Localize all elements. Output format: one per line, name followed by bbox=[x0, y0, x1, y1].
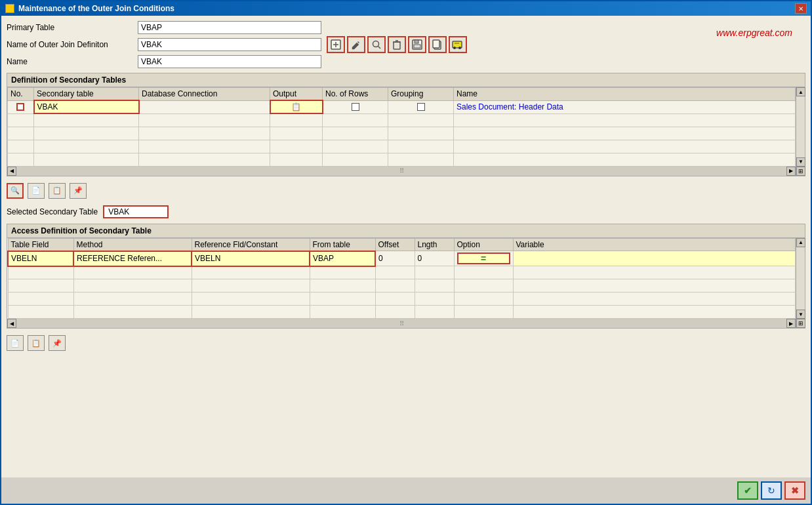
close-button[interactable]: ✕ bbox=[795, 3, 807, 14]
row-db-connection bbox=[139, 100, 270, 113]
col-offset: Offset bbox=[375, 238, 415, 251]
col-from-table: From table bbox=[310, 238, 375, 251]
access-v-scroll-track bbox=[796, 247, 805, 310]
row-output[interactable]: 📋 bbox=[270, 100, 323, 113]
name-input[interactable] bbox=[138, 55, 321, 68]
col-no-rows: No. of Rows bbox=[323, 88, 388, 101]
copy-button[interactable] bbox=[428, 36, 447, 53]
svg-point-15 bbox=[458, 47, 461, 49]
paste-access-button[interactable]: 📌 bbox=[49, 335, 66, 351]
row-option[interactable]: = bbox=[454, 251, 513, 266]
row-grouping bbox=[388, 100, 454, 113]
title-bar-left: Maintenance of the Outer Join Conditions bbox=[5, 4, 174, 13]
watermark: www.erpgreat.com bbox=[716, 21, 805, 38]
search-button[interactable] bbox=[367, 36, 386, 53]
option-icon: = bbox=[481, 253, 486, 264]
selected-secondary-input[interactable] bbox=[103, 205, 169, 218]
secondary-tables-header: Definition of Secondary Tables bbox=[7, 73, 805, 87]
h-scroll-right[interactable]: ▶ bbox=[786, 167, 796, 176]
secondary-v-scrollbar: ▲ ▼ ⊞ bbox=[796, 87, 805, 176]
col-length: Lngth bbox=[415, 238, 454, 251]
new-row-button[interactable]: 📄 bbox=[28, 183, 45, 199]
delete-button[interactable] bbox=[388, 36, 406, 53]
access-table: Table Field Method Reference Fld/Constan… bbox=[7, 238, 796, 319]
access-v-scroll-up[interactable]: ▲ bbox=[796, 238, 805, 247]
access-table-row bbox=[8, 279, 796, 293]
name-label: Name bbox=[7, 57, 138, 66]
refresh-icon: ↻ bbox=[767, 485, 775, 496]
col-settings[interactable]: ⊞ bbox=[796, 167, 805, 176]
cancel-icon: ✖ bbox=[791, 485, 799, 496]
transport-button[interactable] bbox=[449, 36, 467, 53]
bottom-toolbar-1-area: 🔍 📄 📋 📌 bbox=[7, 182, 805, 200]
copy-access-button[interactable]: 📋 bbox=[28, 335, 45, 351]
grouping-checkbox[interactable] bbox=[417, 103, 425, 111]
primary-table-row: Primary Table bbox=[7, 21, 716, 34]
primary-table-input[interactable] bbox=[138, 21, 321, 34]
name-row: Name bbox=[7, 55, 716, 68]
option-button[interactable]: = bbox=[457, 253, 510, 264]
title-bar: Maintenance of the Outer Join Conditions… bbox=[1, 1, 811, 16]
main-content: Primary Table Name of Outer Join Definit… bbox=[1, 16, 811, 477]
table-row bbox=[8, 113, 796, 127]
refresh-button[interactable]: ↻ bbox=[761, 481, 782, 500]
v-scroll-up[interactable]: ▲ bbox=[796, 87, 805, 96]
row-checkbox[interactable] bbox=[16, 103, 24, 111]
outer-join-row: Name of Outer Join Definiton bbox=[7, 36, 716, 53]
row-length: 0 bbox=[415, 251, 454, 266]
window-icon bbox=[5, 4, 14, 13]
table-row bbox=[8, 140, 796, 153]
access-table-row bbox=[8, 306, 796, 319]
access-definition-content: Table Field Method Reference Fld/Constan… bbox=[7, 238, 805, 329]
access-definition-header: Access Definition of Secondary Table bbox=[7, 224, 805, 238]
footer-buttons: ✔ ↻ ✖ bbox=[1, 477, 811, 504]
access-table-row bbox=[8, 293, 796, 306]
row-from-table[interactable]: VBAP bbox=[310, 251, 375, 266]
access-table-row[interactable]: VBELN REFERENCE Referen... VBELN VBAP bbox=[8, 251, 796, 266]
main-window: Maintenance of the Outer Join Conditions… bbox=[0, 0, 812, 505]
ok-button[interactable]: ✔ bbox=[737, 481, 758, 500]
table-row bbox=[8, 127, 796, 140]
access-h-scroll-left[interactable]: ◀ bbox=[7, 319, 16, 328]
access-h-scroll-track: ⠿ bbox=[16, 319, 786, 328]
table-row bbox=[8, 153, 796, 166]
row-reference[interactable]: VBELN bbox=[192, 251, 310, 266]
access-v-scroll-down[interactable]: ▼ bbox=[796, 310, 805, 319]
outer-join-input[interactable] bbox=[138, 38, 321, 51]
edit-button[interactable] bbox=[347, 36, 365, 53]
primary-table-label: Primary Table bbox=[7, 23, 138, 32]
svg-line-4 bbox=[378, 47, 381, 49]
row-secondary-table[interactable]: VBAK bbox=[34, 100, 139, 113]
row-table-field[interactable]: VBELN bbox=[8, 251, 73, 266]
access-table-area: Table Field Method Reference Fld/Constan… bbox=[7, 238, 796, 329]
row-no-rows bbox=[323, 100, 388, 113]
svg-point-14 bbox=[453, 47, 456, 49]
table-row[interactable]: VBAK 📋 bbox=[8, 100, 796, 113]
access-h-scrollbar: ◀ ⠿ ▶ bbox=[7, 319, 796, 328]
new-button[interactable] bbox=[327, 36, 345, 53]
svg-rect-12 bbox=[433, 40, 439, 48]
save-button[interactable] bbox=[408, 36, 426, 53]
h-scroll-left[interactable]: ◀ bbox=[7, 167, 16, 176]
row-no bbox=[8, 100, 34, 113]
no-rows-checkbox[interactable] bbox=[352, 103, 359, 111]
col-no: No. bbox=[8, 88, 34, 101]
row-method[interactable]: REFERENCE Referen... bbox=[73, 251, 192, 266]
selected-secondary-label: Selected Secondary Table bbox=[7, 207, 98, 216]
details-button[interactable]: 🔍 bbox=[7, 183, 24, 199]
col-grouping: Grouping bbox=[388, 88, 454, 101]
secondary-tables-table-area: No. Secondary table Database Connection … bbox=[7, 87, 796, 176]
svg-rect-10 bbox=[414, 45, 420, 48]
col-method: Method bbox=[73, 238, 192, 251]
access-col-settings[interactable]: ⊞ bbox=[796, 319, 805, 328]
paste-row-button[interactable]: 📌 bbox=[70, 183, 87, 199]
new-access-button[interactable]: 📄 bbox=[7, 335, 24, 351]
col-variable: Variable bbox=[513, 238, 796, 251]
col-reference: Reference Fld/Constant bbox=[192, 238, 310, 251]
row-variable bbox=[513, 251, 796, 266]
cancel-button[interactable]: ✖ bbox=[784, 481, 805, 500]
copy-row-button[interactable]: 📋 bbox=[49, 183, 66, 199]
v-scroll-down[interactable]: ▼ bbox=[796, 157, 805, 167]
svg-point-3 bbox=[373, 41, 379, 47]
access-h-scroll-right[interactable]: ▶ bbox=[786, 319, 796, 328]
